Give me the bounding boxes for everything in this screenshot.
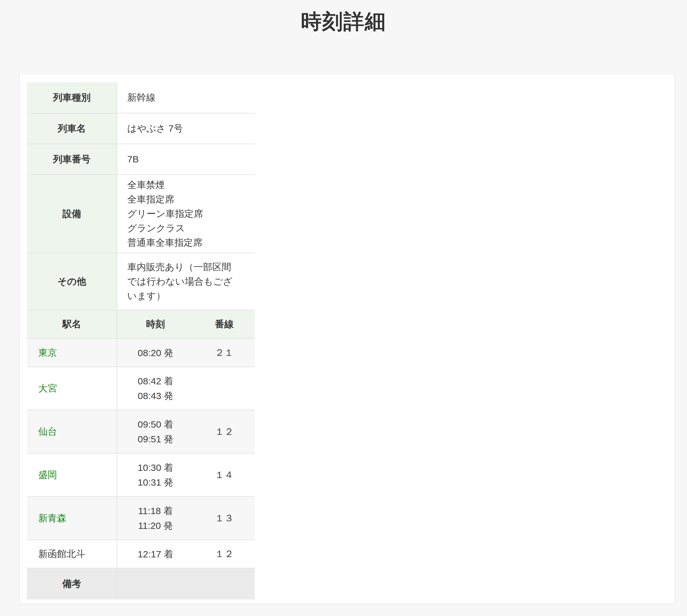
info-row-4: その他車内販売あり（一部区間では行わない場合もございます） — [27, 253, 255, 310]
time-cell: 09:50 着09:51 発 — [117, 410, 194, 453]
station-row-0: 東京08:20 発２１ — [27, 338, 255, 367]
info-value: はやぶさ 7号 — [117, 113, 255, 144]
station-name-cell: 東京 — [27, 338, 117, 367]
track-number-cell: １３ — [194, 497, 255, 540]
info-row-2: 列車番号7B — [27, 144, 255, 175]
track-number-cell — [194, 367, 255, 410]
time-cell: 11:18 着11:20 発 — [117, 497, 194, 540]
station-header-row: 駅名時刻番線 — [27, 310, 255, 338]
info-row-3: 設備全車禁煙全車指定席グリーン車指定席グランクラス普通車全車指定席 — [27, 175, 255, 253]
time-entry: 08:42 着 — [117, 374, 194, 389]
time-entry: 09:51 発 — [117, 432, 194, 446]
station-link[interactable]: 新青森 — [38, 513, 66, 523]
track-number-cell: ２１ — [194, 338, 255, 367]
time-entry: 12:17 着 — [117, 547, 194, 562]
time-entry: 11:18 着 — [117, 503, 194, 518]
facility-item: 普通車全車指定席 — [127, 236, 255, 250]
station-name-cell: 盛岡 — [27, 453, 117, 497]
time-cell: 08:20 発 — [117, 338, 194, 367]
station-name-cell: 大宮 — [27, 367, 117, 410]
time-header: 時刻 — [117, 310, 194, 338]
time-cell: 08:42 着08:43 発 — [117, 367, 194, 410]
time-cell: 12:17 着 — [117, 540, 194, 568]
station-name-cell: 新函館北斗 — [27, 540, 117, 568]
station-name-cell: 仙台 — [27, 410, 117, 453]
time-entry: 09:50 着 — [117, 417, 194, 432]
station-name-header: 駅名 — [27, 310, 117, 338]
time-entry: 08:43 発 — [117, 389, 194, 403]
facility-item: 全車指定席 — [127, 192, 255, 206]
station-link[interactable]: 東京 — [38, 347, 57, 358]
time-entry: 11:20 発 — [117, 518, 194, 533]
station-link[interactable]: 盛岡 — [38, 469, 57, 480]
info-label: その他 — [27, 253, 117, 310]
station-row-1: 大宮08:42 着08:43 発 — [27, 367, 255, 410]
other-info-text: 車内販売あり（一部区間では行わない場合もございます） — [127, 260, 235, 303]
info-row-1: 列車名はやぶさ 7号 — [27, 113, 255, 144]
station-row-2: 仙台09:50 着09:51 発１２ — [27, 410, 255, 453]
facility-item: 全車禁煙 — [127, 178, 255, 192]
track-number-cell: １４ — [194, 453, 255, 497]
track-number-cell: １２ — [194, 540, 255, 568]
station-link[interactable]: 仙台 — [38, 426, 57, 437]
info-label: 設備 — [27, 175, 117, 253]
station-row-3: 盛岡10:30 着10:31 発１４ — [27, 453, 255, 497]
train-detail-table: 列車種別新幹線列車名はやぶさ 7号列車番号7B設備全車禁煙全車指定席グリーン車指… — [27, 83, 255, 599]
info-label: 列車種別 — [27, 83, 117, 113]
info-value: 新幹線 — [117, 83, 255, 113]
train-detail-card: 列車種別新幹線列車名はやぶさ 7号列車番号7B設備全車禁煙全車指定席グリーン車指… — [20, 74, 675, 604]
time-entry: 08:20 発 — [117, 346, 194, 360]
station-row-4: 新青森11:18 着11:20 発１３ — [27, 497, 255, 540]
remarks-value — [117, 568, 255, 599]
page-title: 時刻詳細 — [0, 0, 687, 34]
station-name: 新函館北斗 — [38, 549, 85, 559]
track-number-cell: １２ — [194, 410, 255, 453]
time-entry: 10:31 発 — [117, 475, 194, 490]
station-name-cell: 新青森 — [27, 497, 117, 540]
time-entry: 10:30 着 — [117, 460, 194, 475]
info-value: 7B — [117, 144, 255, 175]
remarks-label: 備考 — [27, 568, 117, 599]
facility-item: グランクラス — [127, 221, 255, 236]
track-header: 番線 — [194, 310, 255, 338]
info-value: 全車禁煙全車指定席グリーン車指定席グランクラス普通車全車指定席 — [117, 175, 255, 253]
page: 時刻詳細 列車種別新幹線列車名はやぶさ 7号列車番号7B設備全車禁煙全車指定席グ… — [0, 0, 687, 616]
remarks-row: 備考 — [27, 568, 255, 599]
info-value: 車内販売あり（一部区間では行わない場合もございます） — [117, 253, 255, 310]
station-row-5: 新函館北斗12:17 着１２ — [27, 540, 255, 568]
info-label: 列車番号 — [27, 144, 117, 175]
info-row-0: 列車種別新幹線 — [27, 83, 255, 113]
facility-item: グリーン車指定席 — [127, 206, 255, 221]
time-cell: 10:30 着10:31 発 — [117, 453, 194, 497]
info-label: 列車名 — [27, 113, 117, 144]
station-link[interactable]: 大宮 — [38, 383, 57, 393]
